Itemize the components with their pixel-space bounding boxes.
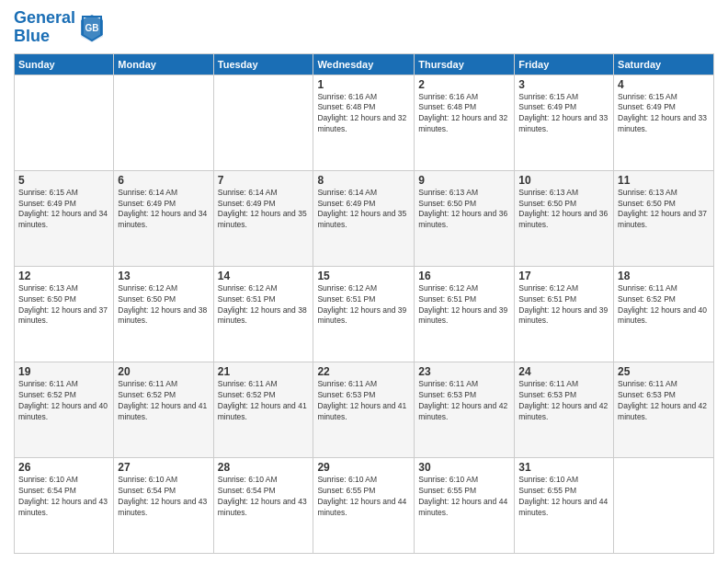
day-number: 19 (18, 365, 109, 378)
calendar-cell: 13Sunrise: 6:12 AMSunset: 6:50 PMDayligh… (114, 266, 213, 362)
day-info: Sunrise: 6:13 AMSunset: 6:50 PMDaylight:… (18, 283, 109, 327)
day-number: 12 (18, 270, 109, 282)
day-number: 13 (118, 270, 209, 282)
day-number: 23 (418, 365, 510, 378)
calendar-cell (15, 75, 114, 170)
day-number: 3 (518, 78, 609, 91)
day-info: Sunrise: 6:10 AMSunset: 6:54 PMDaylight:… (218, 475, 310, 519)
day-info: Sunrise: 6:11 AMSunset: 6:53 PMDaylight:… (618, 379, 710, 423)
calendar-table: SundayMondayTuesdayWednesdayThursdayFrid… (14, 53, 714, 554)
calendar-cell: 22Sunrise: 6:11 AMSunset: 6:53 PMDayligh… (313, 362, 415, 457)
weekday-header-row: SundayMondayTuesdayWednesdayThursdayFrid… (15, 53, 714, 75)
day-info: Sunrise: 6:12 AMSunset: 6:51 PMDaylight:… (418, 283, 510, 327)
calendar-cell: 6Sunrise: 6:14 AMSunset: 6:49 PMDaylight… (114, 170, 213, 266)
day-number: 24 (518, 365, 609, 378)
day-info: Sunrise: 6:12 AMSunset: 6:51 PMDaylight:… (518, 283, 609, 327)
calendar-cell: 12Sunrise: 6:13 AMSunset: 6:50 PMDayligh… (15, 266, 114, 362)
day-info: Sunrise: 6:11 AMSunset: 6:52 PMDaylight:… (18, 379, 109, 423)
weekday-header-tuesday: Tuesday (213, 53, 313, 75)
logo-blue: Blue (14, 28, 75, 46)
calendar-cell: 2Sunrise: 6:16 AMSunset: 6:48 PMDaylight… (415, 75, 515, 170)
day-info: Sunrise: 6:10 AMSunset: 6:54 PMDaylight:… (18, 475, 109, 519)
weekday-header-wednesday: Wednesday (313, 53, 415, 75)
day-number: 5 (18, 174, 109, 187)
day-info: Sunrise: 6:11 AMSunset: 6:52 PMDaylight:… (218, 379, 310, 423)
day-info: Sunrise: 6:14 AMSunset: 6:49 PMDaylight:… (317, 188, 410, 232)
day-number: 11 (618, 174, 710, 187)
calendar-cell (213, 75, 313, 170)
logo-icon: GB (77, 11, 107, 44)
calendar-cell: 21Sunrise: 6:11 AMSunset: 6:52 PMDayligh… (213, 362, 313, 457)
calendar-cell: 9Sunrise: 6:13 AMSunset: 6:50 PMDaylight… (415, 170, 515, 266)
weekday-header-thursday: Thursday (415, 53, 515, 75)
day-number: 25 (618, 365, 710, 378)
day-number: 4 (618, 78, 710, 91)
day-info: Sunrise: 6:13 AMSunset: 6:50 PMDaylight:… (518, 188, 609, 232)
header: General Blue GB (14, 9, 714, 46)
day-info: Sunrise: 6:12 AMSunset: 6:50 PMDaylight:… (118, 283, 209, 327)
calendar-cell: 10Sunrise: 6:13 AMSunset: 6:50 PMDayligh… (515, 170, 614, 266)
calendar-cell: 7Sunrise: 6:14 AMSunset: 6:49 PMDaylight… (213, 170, 313, 266)
calendar-week-1: 1Sunrise: 6:16 AMSunset: 6:48 PMDaylight… (15, 75, 714, 170)
calendar-cell: 3Sunrise: 6:15 AMSunset: 6:49 PMDaylight… (515, 75, 614, 170)
day-info: Sunrise: 6:10 AMSunset: 6:55 PMDaylight:… (317, 475, 410, 519)
day-number: 18 (618, 270, 710, 282)
calendar-week-5: 26Sunrise: 6:10 AMSunset: 6:54 PMDayligh… (15, 457, 714, 553)
day-number: 17 (518, 270, 609, 282)
day-info: Sunrise: 6:13 AMSunset: 6:50 PMDaylight:… (618, 188, 710, 232)
calendar-week-4: 19Sunrise: 6:11 AMSunset: 6:52 PMDayligh… (15, 362, 714, 457)
day-info: Sunrise: 6:12 AMSunset: 6:51 PMDaylight:… (317, 283, 410, 327)
day-number: 6 (118, 174, 209, 187)
logo-text: General (14, 9, 75, 28)
calendar-cell (614, 457, 714, 553)
day-info: Sunrise: 6:10 AMSunset: 6:55 PMDaylight:… (418, 475, 510, 519)
calendar-cell: 1Sunrise: 6:16 AMSunset: 6:48 PMDaylight… (313, 75, 415, 170)
calendar-cell: 23Sunrise: 6:11 AMSunset: 6:53 PMDayligh… (415, 362, 515, 457)
day-number: 22 (317, 365, 410, 378)
day-info: Sunrise: 6:14 AMSunset: 6:49 PMDaylight:… (118, 188, 209, 232)
calendar-week-3: 12Sunrise: 6:13 AMSunset: 6:50 PMDayligh… (15, 266, 714, 362)
day-info: Sunrise: 6:15 AMSunset: 6:49 PMDaylight:… (18, 188, 109, 232)
day-info: Sunrise: 6:11 AMSunset: 6:53 PMDaylight:… (518, 379, 609, 423)
day-info: Sunrise: 6:16 AMSunset: 6:48 PMDaylight:… (418, 92, 510, 136)
calendar-week-2: 5Sunrise: 6:15 AMSunset: 6:49 PMDaylight… (15, 170, 714, 266)
day-info: Sunrise: 6:11 AMSunset: 6:52 PMDaylight:… (118, 379, 209, 423)
day-info: Sunrise: 6:11 AMSunset: 6:53 PMDaylight:… (317, 379, 410, 423)
weekday-header-saturday: Saturday (614, 53, 714, 75)
calendar-cell: 29Sunrise: 6:10 AMSunset: 6:55 PMDayligh… (313, 457, 415, 553)
day-info: Sunrise: 6:13 AMSunset: 6:50 PMDaylight:… (418, 188, 510, 232)
day-number: 26 (18, 461, 109, 474)
calendar-cell: 31Sunrise: 6:10 AMSunset: 6:55 PMDayligh… (515, 457, 614, 553)
day-info: Sunrise: 6:16 AMSunset: 6:48 PMDaylight:… (317, 92, 410, 136)
calendar-cell: 25Sunrise: 6:11 AMSunset: 6:53 PMDayligh… (614, 362, 714, 457)
calendar-cell: 17Sunrise: 6:12 AMSunset: 6:51 PMDayligh… (515, 266, 614, 362)
weekday-header-sunday: Sunday (15, 53, 114, 75)
day-info: Sunrise: 6:15 AMSunset: 6:49 PMDaylight:… (518, 92, 609, 136)
calendar-cell: 15Sunrise: 6:12 AMSunset: 6:51 PMDayligh… (313, 266, 415, 362)
day-number: 1 (317, 78, 410, 91)
calendar-cell: 30Sunrise: 6:10 AMSunset: 6:55 PMDayligh… (415, 457, 515, 553)
day-info: Sunrise: 6:14 AMSunset: 6:49 PMDaylight:… (218, 188, 310, 232)
calendar-cell: 16Sunrise: 6:12 AMSunset: 6:51 PMDayligh… (415, 266, 515, 362)
day-number: 30 (418, 461, 510, 474)
day-info: Sunrise: 6:11 AMSunset: 6:53 PMDaylight:… (418, 379, 510, 423)
day-number: 10 (518, 174, 609, 187)
day-number: 28 (218, 461, 310, 474)
weekday-header-friday: Friday (515, 53, 614, 75)
day-number: 15 (317, 270, 410, 282)
calendar-cell: 5Sunrise: 6:15 AMSunset: 6:49 PMDaylight… (15, 170, 114, 266)
calendar-cell: 18Sunrise: 6:11 AMSunset: 6:52 PMDayligh… (614, 266, 714, 362)
day-number: 27 (118, 461, 209, 474)
day-info: Sunrise: 6:12 AMSunset: 6:51 PMDaylight:… (218, 283, 310, 327)
calendar-cell: 26Sunrise: 6:10 AMSunset: 6:54 PMDayligh… (15, 457, 114, 553)
day-info: Sunrise: 6:11 AMSunset: 6:52 PMDaylight:… (618, 283, 710, 327)
calendar-cell: 27Sunrise: 6:10 AMSunset: 6:54 PMDayligh… (114, 457, 213, 553)
day-number: 7 (218, 174, 310, 187)
day-info: Sunrise: 6:10 AMSunset: 6:54 PMDaylight:… (118, 475, 209, 519)
calendar-cell: 24Sunrise: 6:11 AMSunset: 6:53 PMDayligh… (515, 362, 614, 457)
day-number: 14 (218, 270, 310, 282)
calendar-cell: 4Sunrise: 6:15 AMSunset: 6:49 PMDaylight… (614, 75, 714, 170)
calendar-cell: 14Sunrise: 6:12 AMSunset: 6:51 PMDayligh… (213, 266, 313, 362)
day-info: Sunrise: 6:15 AMSunset: 6:49 PMDaylight:… (618, 92, 710, 136)
day-number: 8 (317, 174, 410, 187)
